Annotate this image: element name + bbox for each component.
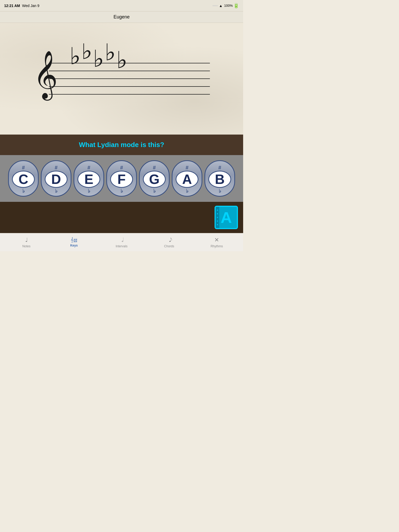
sharp-symbol: # bbox=[153, 165, 156, 171]
svg-text:♭: ♭ bbox=[116, 47, 127, 73]
nav-bar: Eugene bbox=[0, 11, 243, 23]
rhythms-icon: ✕ bbox=[214, 237, 219, 243]
tab-notes-label: Notes bbox=[22, 244, 30, 248]
svg-text:♭: ♭ bbox=[105, 43, 116, 65]
answer-button-f[interactable]: # F ♭ bbox=[106, 160, 137, 197]
note-circle-b: B bbox=[208, 171, 231, 188]
answer-button-d[interactable]: # D ♭ bbox=[41, 160, 71, 197]
tab-chords-label: Chords bbox=[164, 244, 174, 248]
note-circle-a: A bbox=[176, 171, 198, 188]
sharp-symbol: # bbox=[87, 165, 90, 171]
bottom-info-area: A bbox=[0, 202, 243, 233]
tab-rhythms[interactable]: ✕ Rhythms bbox=[201, 235, 232, 250]
spine-dot bbox=[217, 224, 218, 225]
flat-symbol: ♭ bbox=[22, 188, 25, 194]
note-circle-c: C bbox=[12, 171, 35, 188]
notation-area: 𝄞 ♭ ♭ ♭ ♭ ♭ bbox=[0, 23, 243, 135]
flat-symbol: ♭ bbox=[186, 188, 188, 194]
note-circle-f: F bbox=[110, 171, 133, 188]
notes-icon: ♩ bbox=[25, 237, 28, 243]
flat-symbol: ♭ bbox=[121, 188, 123, 194]
question-area: What Lydian mode is this? bbox=[0, 135, 243, 155]
spine-dot bbox=[217, 217, 218, 218]
note-circle-d: D bbox=[45, 171, 68, 188]
tab-keys[interactable]: 𝄞♯♯ Keys bbox=[58, 236, 90, 249]
flashcard-spine bbox=[216, 207, 219, 228]
answer-button-b[interactable]: # B ♭ bbox=[204, 160, 235, 197]
note-circle-g: G bbox=[143, 171, 166, 188]
status-right: ▲ 100% 🔋 bbox=[213, 3, 239, 9]
page-title: Eugene bbox=[114, 14, 130, 20]
tab-notes[interactable]: ♩ Notes bbox=[11, 235, 42, 250]
answer-button-a[interactable]: # A ♭ bbox=[172, 160, 202, 197]
tab-keys-label: Keys bbox=[70, 244, 78, 247]
svg-text:♭: ♭ bbox=[70, 43, 81, 69]
tab-bar: ♩ Notes 𝄞♯♯ Keys 𝅗𝅥 Intervals 𝅘𝅥𝅮 Chords… bbox=[0, 233, 243, 251]
battery-icon: 100% 🔋 bbox=[224, 3, 239, 9]
status-date: Wed Jan 9 bbox=[22, 4, 39, 8]
answer-button-g[interactable]: # G ♭ bbox=[139, 160, 170, 197]
svg-text:♭: ♭ bbox=[81, 43, 92, 64]
tab-chords[interactable]: 𝅘𝅥𝅮 Chords bbox=[154, 235, 185, 250]
flat-symbol: ♭ bbox=[219, 188, 221, 194]
sharp-symbol: # bbox=[55, 165, 57, 171]
answer-button-c[interactable]: # C ♭ bbox=[8, 160, 39, 197]
flashcard-icon[interactable]: A bbox=[215, 206, 238, 229]
keys-icon: 𝄞♯♯ bbox=[71, 237, 77, 243]
tab-intervals-label: Intervals bbox=[116, 244, 127, 248]
wifi-icon: ▲ bbox=[219, 4, 223, 8]
signal-icon bbox=[213, 5, 217, 6]
status-time: 12:21 AM bbox=[4, 4, 20, 8]
spine-dot bbox=[217, 210, 218, 211]
status-bar: 12:21 AM Wed Jan 9 ▲ 100% 🔋 bbox=[0, 0, 243, 11]
answers-area: # C ♭ # D ♭ # E ♭ # F bbox=[0, 155, 243, 202]
spine-dot bbox=[217, 213, 218, 214]
flat-symbol: ♭ bbox=[153, 188, 156, 194]
tab-rhythms-label: Rhythms bbox=[211, 244, 223, 248]
flat-symbol: ♭ bbox=[88, 188, 90, 194]
svg-text:♭: ♭ bbox=[93, 46, 104, 72]
key-signature: ♭ ♭ ♭ ♭ ♭ bbox=[70, 43, 148, 95]
question-text: What Lydian mode is this? bbox=[79, 141, 164, 149]
sharp-symbol: # bbox=[22, 165, 25, 171]
tab-intervals[interactable]: 𝅗𝅥 Intervals bbox=[106, 235, 137, 250]
flat-symbol: ♭ bbox=[55, 188, 57, 194]
flashcard-letter: A bbox=[221, 209, 232, 227]
staff-container: 𝄞 ♭ ♭ ♭ ♭ ♭ bbox=[33, 40, 210, 118]
answer-button-e[interactable]: # E ♭ bbox=[74, 160, 104, 197]
sharp-symbol: # bbox=[218, 165, 221, 171]
spine-dot bbox=[217, 221, 218, 222]
sharp-symbol: # bbox=[185, 165, 188, 171]
note-circle-e: E bbox=[77, 171, 100, 188]
sharp-symbol: # bbox=[120, 165, 123, 171]
